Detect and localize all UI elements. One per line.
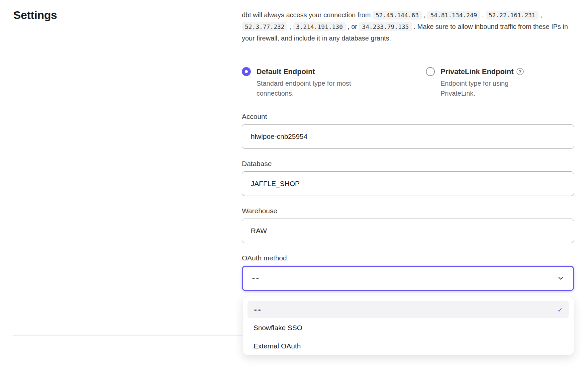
radio-selected-icon[interactable] (242, 67, 251, 76)
ip-chip: 54.81.134.249 (427, 11, 480, 20)
dropdown-option-external-oauth[interactable]: External OAuth (247, 337, 569, 355)
ip-chip: 3.214.191.130 (293, 22, 346, 31)
oauth-method-label: OAuth method (242, 254, 574, 262)
section-divider (13, 335, 243, 336)
chevron-down-icon (557, 275, 564, 282)
ip-chip: 52.3.77.232 (242, 22, 287, 31)
dropdown-option-snowflake-sso[interactable]: Snowflake SSO (247, 319, 569, 336)
warehouse-field: Warehouse (242, 207, 574, 243)
radio-option-label: PrivateLink Endpoint (441, 67, 514, 76)
help-icon[interactable]: ? (517, 68, 524, 75)
warehouse-label: Warehouse (242, 207, 574, 215)
dropdown-option-label: External OAuth (253, 342, 301, 350)
dropdown-option-label: Snowflake SSO (253, 324, 302, 332)
oauth-method-selected-value: -- (251, 274, 259, 282)
database-input[interactable] (242, 171, 574, 196)
warehouse-input[interactable] (242, 219, 574, 243)
oauth-method-dropdown: -- ✓ Snowflake SSO External OAuth (243, 296, 574, 355)
check-icon: ✓ (558, 306, 562, 314)
radio-unselected-icon[interactable] (426, 67, 435, 76)
account-field: Account (242, 112, 574, 149)
ip-chip: 34.233.79.135 (359, 22, 412, 31)
radio-option-label: Default Endpoint (256, 67, 315, 76)
endpoint-type-radio-group: Default Endpoint Standard endpoint type … (242, 67, 574, 98)
intro-text: dbt will always access your connection f… (242, 11, 373, 19)
ip-allowlist-note: dbt will always access your connection f… (242, 9, 574, 44)
account-label: Account (242, 112, 574, 121)
page-title: Settings (13, 9, 57, 22)
radio-option-description: Standard endpoint type for most connecti… (256, 78, 373, 98)
account-input[interactable] (242, 124, 574, 149)
ip-chip: 52.45.144.63 (373, 11, 422, 20)
database-label: Database (242, 159, 574, 168)
oauth-method-select[interactable]: -- (242, 266, 574, 291)
dropdown-option-none[interactable]: -- ✓ (247, 301, 569, 318)
oauth-method-field: OAuth method -- (242, 254, 574, 291)
database-field: Database (242, 159, 574, 196)
radio-option-default-endpoint[interactable]: Default Endpoint Standard endpoint type … (242, 67, 426, 98)
dropdown-option-label: -- (253, 306, 261, 314)
radio-option-privatelink-endpoint[interactable]: PrivateLink Endpoint? Endpoint type for … (426, 67, 574, 98)
radio-option-description: Endpoint type for using PrivateLink. (441, 78, 527, 98)
ip-chip: 52.22.161.231 (486, 11, 539, 20)
connection-settings-panel: dbt will always access your connection f… (242, 9, 574, 355)
